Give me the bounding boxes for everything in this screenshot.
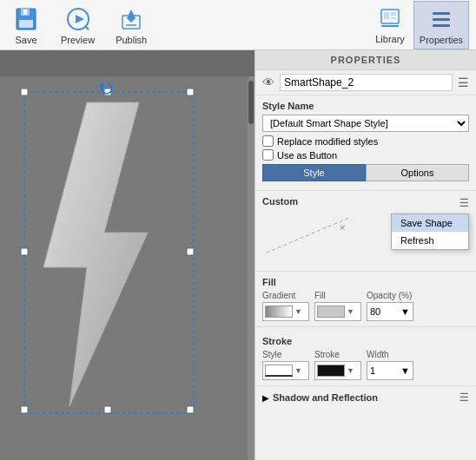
- stroke-color-arrow: ▼: [347, 366, 354, 375]
- refresh-menu-item[interactable]: Refresh: [392, 232, 468, 249]
- stroke-style-arrow: ▼: [294, 366, 302, 375]
- svg-rect-27: [104, 406, 111, 413]
- svg-rect-26: [21, 406, 28, 413]
- stroke-width-label: Width: [367, 350, 413, 359]
- properties-button[interactable]: Properties: [413, 1, 469, 49]
- fill-controls: Gradient ▼ Fill ▼ Opacity (%): [262, 291, 469, 321]
- svg-rect-16: [433, 12, 450, 15]
- shadow-section[interactable]: ▶ Shadow and Reflection ☰: [255, 386, 476, 409]
- canvas-topbar: [0, 50, 255, 76]
- svg-rect-12: [384, 12, 389, 19]
- preview-button[interactable]: Preview: [56, 2, 100, 49]
- panel-title: PROPERTIES: [255, 50, 476, 70]
- svg-rect-18: [433, 24, 450, 27]
- use-as-button-row: Use as Button: [262, 149, 469, 161]
- svg-rect-15: [381, 25, 399, 27]
- save-label: Save: [15, 35, 36, 45]
- use-as-button-checkbox[interactable]: [262, 149, 274, 161]
- shadow-label: Shadow and Reflection: [273, 392, 378, 403]
- replace-styles-label: Replace modified styles: [277, 136, 378, 147]
- style-tabs: Style Options: [262, 164, 469, 181]
- stroke-style-label: Style: [262, 350, 309, 359]
- publish-icon: [117, 5, 145, 33]
- svg-text:✕: ✕: [339, 223, 346, 233]
- stroke-style-preview: [265, 365, 293, 377]
- custom-content: ✕ Save Shape Refresh: [262, 214, 469, 266]
- fill-color-label: Fill: [314, 291, 361, 300]
- opacity-select[interactable]: 80 ▼: [367, 302, 413, 321]
- stroke-color-select[interactable]: ▼: [314, 361, 361, 380]
- stroke-controls: Style ▼ Stroke ▼ Width 1: [262, 350, 469, 380]
- stroke-color-group: Stroke ▼: [314, 350, 361, 380]
- svg-rect-17: [433, 18, 450, 21]
- shadow-expand-icon: ▶: [262, 393, 269, 403]
- opacity-group: Opacity (%) 80 ▼: [367, 291, 413, 321]
- svg-rect-2: [19, 20, 33, 28]
- stroke-section: Stroke Style ▼ Stroke ▼: [255, 331, 476, 386]
- main-area: PROPERTIES 👁 ☰ Style Name [Default Smart…: [0, 50, 476, 460]
- publish-button[interactable]: Publish: [110, 2, 152, 49]
- shadow-menu-icon[interactable]: ☰: [459, 391, 469, 404]
- stroke-width-input[interactable]: 1 ▼: [367, 361, 413, 380]
- use-as-button-label: Use as Button: [277, 150, 337, 161]
- canvas-scrollbar[interactable]: [248, 76, 255, 460]
- gradient-preview: [265, 306, 293, 318]
- stroke-section-label: Stroke: [262, 336, 469, 346]
- replace-styles-checkbox[interactable]: [262, 135, 274, 147]
- custom-menu-icon[interactable]: ☰: [459, 197, 469, 209]
- fill-color-select[interactable]: ▼: [314, 302, 361, 321]
- canvas-content: [0, 76, 255, 460]
- gradient-select[interactable]: ▼: [262, 302, 309, 321]
- shape-name-input[interactable]: [280, 74, 453, 91]
- menu-icon[interactable]: ☰: [458, 76, 469, 89]
- svg-rect-3: [23, 10, 27, 15]
- stroke-color-label: Stroke: [314, 350, 361, 359]
- save-button[interactable]: Save: [7, 2, 45, 49]
- opacity-label: Opacity (%): [367, 291, 413, 300]
- fill-arrow: ▼: [347, 307, 354, 316]
- right-panel: PROPERTIES 👁 ☰ Style Name [Default Smart…: [255, 50, 476, 460]
- style-section: Style Name [Default Smart Shape Style] R…: [255, 95, 476, 191]
- publish-label: Publish: [116, 35, 147, 45]
- opacity-value: 80: [370, 306, 380, 317]
- svg-rect-14: [391, 17, 396, 19]
- svg-rect-13: [391, 12, 396, 16]
- stroke-width-group: Width 1 ▼: [367, 350, 413, 380]
- library-icon: [376, 4, 404, 32]
- gradient-arrow: ▼: [294, 307, 302, 316]
- svg-rect-28: [187, 406, 194, 413]
- library-label: Library: [375, 34, 405, 44]
- fill-color-group: Fill ▼: [314, 291, 361, 321]
- svg-marker-5: [76, 15, 84, 23]
- save-shape-menu-item[interactable]: Save Shape: [392, 214, 468, 232]
- canvas-area[interactable]: [0, 50, 255, 460]
- toolbar-right: Library Properties: [370, 1, 469, 49]
- save-icon: [12, 5, 40, 33]
- name-row: 👁 ☰: [255, 70, 476, 95]
- svg-line-29: [267, 218, 349, 253]
- fill-color-preview: [317, 306, 345, 318]
- tab-options[interactable]: Options: [366, 164, 469, 181]
- gradient-label: Gradient: [262, 291, 309, 300]
- tab-style[interactable]: Style: [262, 164, 366, 181]
- fill-label: Fill: [262, 277, 469, 287]
- svg-line-6: [85, 26, 89, 30]
- toolbar-left: Save Preview Publish: [7, 2, 370, 49]
- svg-rect-25: [187, 248, 194, 255]
- svg-rect-24: [21, 248, 28, 255]
- library-button[interactable]: Library: [370, 1, 410, 49]
- stroke-style-select[interactable]: ▼: [262, 361, 309, 380]
- custom-header: Custom ☰: [262, 196, 469, 210]
- gradient-group: Gradient ▼: [262, 291, 309, 321]
- toolbar: Save Preview Publish: [0, 0, 476, 50]
- stroke-color-preview: [317, 365, 345, 377]
- stroke-width-value: 1: [370, 365, 375, 376]
- fill-section: Fill Gradient ▼ Fill ▼ O: [255, 272, 476, 327]
- style-name-select[interactable]: [Default Smart Shape Style]: [262, 115, 469, 132]
- custom-section: Custom ☰ ✕ Save Shape Refresh: [255, 191, 476, 272]
- preview-label: Preview: [61, 35, 95, 45]
- svg-marker-19: [43, 102, 148, 406]
- visibility-icon[interactable]: 👁: [262, 76, 274, 89]
- replace-styles-row: Replace modified styles: [262, 135, 469, 147]
- properties-label: Properties: [420, 35, 463, 45]
